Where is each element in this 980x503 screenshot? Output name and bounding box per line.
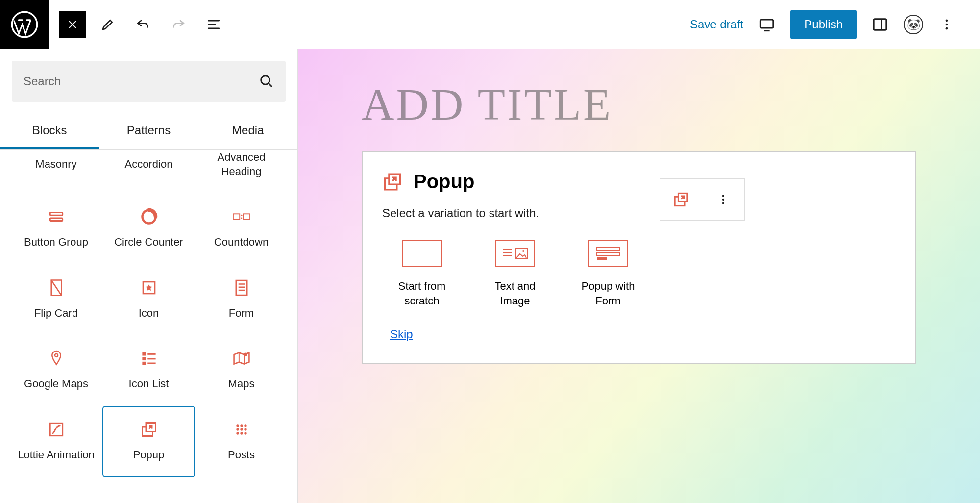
variation-start-from-scratch[interactable]: Start from scratch [390,240,454,308]
svg-point-20 [243,353,247,357]
text-image-variation-icon [495,240,535,267]
popup-icon [382,172,403,192]
svg-point-5 [946,27,948,29]
tab-patterns[interactable]: Patterns [99,114,198,149]
search-icon [259,74,274,89]
blocks-grid: Masonry Accordion Advanced Heading Butto… [0,150,297,503]
block-flip-card[interactable]: Flip Card [10,264,102,335]
save-draft-button[interactable]: Save draft [690,18,743,31]
editor-main: Blocks Patterns Media Masonry Accordion … [0,49,980,503]
form-variation-icon [588,240,628,267]
block-toolbar [660,178,745,221]
settings-sidebar-button[interactable] [866,11,894,38]
svg-rect-8 [50,218,63,221]
svg-point-11 [241,215,242,216]
svg-rect-2 [874,19,886,30]
svg-point-24 [236,424,239,427]
svg-rect-43 [597,252,619,255]
more-options-button[interactable] [933,11,960,38]
popup-icon [140,421,158,438]
block-icon-list[interactable]: Icon List [102,335,195,406]
block-form[interactable]: Form [195,264,288,335]
block-inserter-panel: Blocks Patterns Media Masonry Accordion … [0,49,298,503]
svg-point-32 [244,432,246,434]
popup-block-title: Popup [414,171,474,193]
editor-topbar: Save draft Publish 🐼 [0,0,980,49]
search-input[interactable] [24,75,259,88]
svg-point-27 [236,428,239,430]
close-inserter-button[interactable] [59,11,86,38]
lottie-icon [48,421,65,438]
block-lottie-animation[interactable]: Lottie Animation [10,406,102,477]
block-popup[interactable]: Popup [102,406,195,477]
redo-button[interactable] [165,11,192,38]
svg-rect-42 [597,248,619,251]
block-circle-counter[interactable]: Circle Counter [102,193,195,264]
flip-card-icon [48,279,65,297]
popup-variations: Start from scratch Text and Image Popup … [382,240,896,308]
svg-rect-17 [142,352,146,356]
svg-rect-19 [142,362,146,365]
topbar-left-tools [49,11,227,38]
block-countdown[interactable]: Countdown [195,193,288,264]
block-google-maps[interactable]: Google Maps [10,335,102,406]
svg-point-16 [54,354,57,357]
scratch-variation-icon [402,240,442,267]
topbar-right-tools: Save draft Publish 🐼 [690,10,980,39]
block-more-button[interactable] [702,179,744,220]
svg-point-41 [522,250,524,252]
svg-point-26 [244,424,246,427]
publish-button[interactable]: Publish [790,10,857,39]
svg-point-36 [722,199,724,201]
svg-point-4 [946,23,948,25]
icon-block-icon [140,279,158,297]
svg-point-28 [240,428,243,430]
popup-icon [673,191,689,208]
posts-icon [233,421,250,438]
variation-text-and-image[interactable]: Text and Image [483,240,547,308]
svg-point-12 [241,218,242,219]
variation-popup-with-form[interactable]: Popup with Form [576,240,640,308]
block-masonry[interactable]: Masonry [10,150,102,193]
popup-block-subtitle: Select a variation to start with. [382,206,896,220]
user-avatar[interactable]: 🐼 [904,15,923,34]
svg-point-31 [240,432,243,434]
undo-button[interactable] [129,11,157,38]
block-icon[interactable]: Icon [102,264,195,335]
svg-point-29 [244,428,246,430]
wordpress-logo[interactable] [0,0,49,49]
block-accordion[interactable]: Accordion [102,150,195,193]
svg-rect-1 [761,20,774,28]
search-box [12,61,286,102]
svg-rect-18 [142,357,146,361]
svg-rect-10 [233,214,239,220]
svg-point-35 [722,195,724,197]
block-type-button[interactable] [660,179,702,220]
maps-icon [233,350,250,367]
block-advanced-heading[interactable]: Advanced Heading [195,150,288,193]
block-button-group[interactable]: Button Group [10,193,102,264]
editor-canvas[interactable]: ADD TITLE Popup Select a variation to st… [298,49,980,503]
edit-tool-button[interactable] [94,11,122,38]
svg-point-30 [236,432,239,434]
block-posts[interactable]: Posts [195,406,288,477]
svg-point-3 [946,19,948,22]
svg-rect-7 [50,213,63,216]
button-group-icon [48,208,65,226]
block-maps[interactable]: Maps [195,335,288,406]
document-outline-button[interactable] [200,11,227,38]
popup-block-placeholder: Popup Select a variation to start with. … [362,151,916,364]
tab-media[interactable]: Media [198,114,297,149]
svg-point-25 [240,424,243,427]
form-icon [233,279,250,297]
countdown-icon [233,208,250,226]
inserter-tabs: Blocks Patterns Media [0,114,297,150]
tab-blocks[interactable]: Blocks [0,114,99,149]
preview-button[interactable] [753,11,781,38]
svg-rect-44 [597,257,607,260]
icon-list-icon [140,350,158,367]
svg-rect-21 [50,423,63,436]
post-title-placeholder[interactable]: ADD TITLE [362,78,916,130]
google-maps-icon [48,350,65,367]
skip-link[interactable]: Skip [382,327,413,341]
